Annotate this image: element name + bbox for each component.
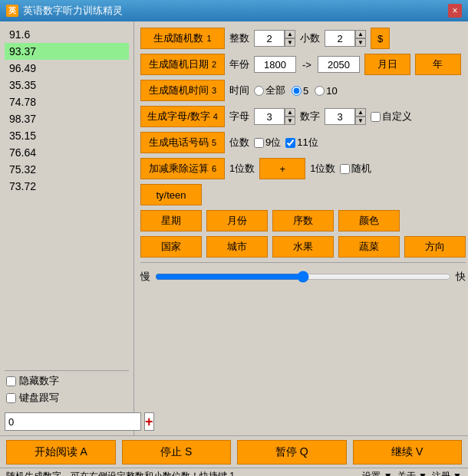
digit1-label: 1位数 [229, 162, 255, 176]
list-item[interactable]: 96.49 [5, 60, 129, 77]
row-random-time: 生成随机时间 3 时间 全部 5 10 [140, 80, 466, 101]
vegetable-btn[interactable]: 蔬菜 [338, 236, 400, 258]
list-item[interactable]: 76.64 [5, 144, 129, 161]
generate-time-btn[interactable]: 生成随机时间 3 [140, 80, 225, 101]
radio-5-label: 5 [303, 85, 308, 97]
city-btn[interactable]: 城市 [206, 236, 268, 258]
radio-5-input[interactable] [292, 86, 302, 96]
continue-btn[interactable]: 继续 V [353, 440, 463, 465]
decimal-spin-arrows: ▲ ▼ [355, 30, 366, 47]
number-spin-arrows: ▲ ▼ [355, 108, 366, 125]
generate-phone-btn[interactable]: 生成电话号码 5 [140, 132, 225, 153]
opt11-checkbox[interactable]: 11位 [285, 136, 318, 149]
app-icon: 英 [6, 5, 18, 17]
generate-letters-label: 生成字母/数字 [147, 110, 210, 123]
speed-row: 慢 快 [140, 262, 466, 286]
letter-label: 字母 [229, 110, 249, 123]
weekday-btn[interactable]: 星期 [140, 210, 202, 231]
integer-spin-up[interactable]: ▲ [285, 30, 295, 38]
digit-label: 位数 [229, 136, 249, 149]
keyboard-follow-input[interactable] [6, 393, 16, 403]
integer-spinner: ▲ ▼ [254, 30, 295, 47]
main-content: 91.693.3796.4935.3574.7898.3735.1576.647… [0, 21, 468, 435]
country-btn[interactable]: 国家 [140, 236, 202, 258]
opt9-input[interactable] [254, 138, 264, 148]
btn-num-5: 5 [212, 138, 216, 147]
random-label: 随机 [351, 162, 371, 176]
month-day-btn[interactable]: 月日 [364, 54, 410, 75]
btn-num-4: 4 [213, 112, 218, 121]
radio-10[interactable]: 10 [315, 85, 337, 97]
pause-btn[interactable]: 暂停 Q [237, 440, 347, 465]
direction-btn[interactable]: 方向 [404, 236, 466, 258]
random-checkbox[interactable]: 随机 [340, 162, 371, 176]
start-btn[interactable]: 开始阅读 A [6, 440, 116, 465]
speed-slider[interactable] [155, 271, 451, 283]
integer-spin-down[interactable]: ▼ [285, 38, 295, 47]
ordinal-btn[interactable]: 序数 [272, 210, 334, 231]
year-from-input[interactable] [254, 56, 296, 73]
settings-sep: ▼ [384, 471, 393, 476]
month-btn[interactable]: 月份 [206, 210, 268, 231]
list-item[interactable]: 35.35 [5, 77, 129, 94]
hide-numbers-checkbox[interactable]: 隐藏数字 [6, 374, 127, 388]
custom-checkbox[interactable]: 自定义 [371, 110, 412, 123]
close-button[interactable]: × [448, 4, 462, 18]
generate-date-label: 生成随机日期 [149, 57, 209, 71]
hide-numbers-label: 隐藏数字 [19, 374, 59, 388]
radio-all[interactable]: 全部 [254, 84, 285, 97]
stop-btn[interactable]: 停止 S [122, 440, 232, 465]
status-bar: 随机生成数字，可在右侧设定整数和小数位数！快捷键 1。 设置 ▼ 关于 ▼ 注册… [0, 468, 468, 476]
currency-btn[interactable]: $ [371, 28, 390, 49]
letter-spin-down[interactable]: ▼ [285, 117, 295, 125]
number-input2[interactable] [325, 108, 355, 125]
number-spin-down[interactable]: ▼ [355, 117, 366, 125]
fruit-btn[interactable]: 水果 [272, 236, 334, 258]
number-spin-up[interactable]: ▲ [355, 108, 366, 117]
opt11-input[interactable] [285, 138, 295, 148]
generate-phone-label: 生成电话号码 [149, 136, 209, 149]
fast-label: 快 [456, 270, 466, 284]
random-input[interactable] [340, 164, 350, 174]
keyboard-follow-checkbox[interactable]: 键盘跟写 [6, 391, 127, 405]
year-btn[interactable]: 年 [415, 54, 461, 75]
about-link[interactable]: 关于 ▼ [397, 470, 427, 476]
radio-all-input[interactable] [254, 86, 264, 96]
decimal-input[interactable] [325, 30, 355, 47]
ty-teen-btn[interactable]: ty/teen [140, 184, 202, 205]
number-input[interactable] [5, 412, 141, 431]
left-panel: 91.693.3796.4935.3574.7898.3735.1576.647… [0, 21, 134, 435]
radio-10-input[interactable] [315, 86, 325, 96]
list-item[interactable]: 73.72 [5, 178, 129, 195]
decimal-spin-up[interactable]: ▲ [355, 30, 366, 38]
generate-math-btn[interactable]: 加减乘除运算 6 [140, 158, 225, 179]
year-to-input[interactable] [318, 56, 360, 73]
row-letters-numbers: 生成字母/数字 4 字母 ▲ ▼ 数字 ▲ ▼ 自定义 [140, 106, 466, 127]
register-link[interactable]: 注册 ▼ [432, 470, 462, 476]
row-phone: 生成电话号码 5 位数 9位 11位 [140, 132, 466, 153]
list-item[interactable]: 75.32 [5, 161, 129, 178]
integer-input[interactable] [254, 30, 285, 47]
generate-date-btn[interactable]: 生成随机日期 2 [140, 54, 225, 75]
time-radio-group: 全部 5 10 [254, 84, 338, 97]
list-item[interactable]: 93.37 [5, 43, 129, 60]
hide-numbers-input[interactable] [6, 376, 16, 386]
color-btn[interactable]: 颜色 [338, 210, 400, 231]
opt9-checkbox[interactable]: 9位 [254, 136, 281, 149]
settings-label: 设置 [362, 471, 381, 476]
letter-spin-up[interactable]: ▲ [285, 108, 295, 117]
integer-label: 整数 [229, 31, 249, 45]
list-item[interactable]: 74.78 [5, 94, 129, 110]
radio-5[interactable]: 5 [292, 85, 308, 97]
list-item[interactable]: 91.6 [5, 26, 129, 43]
decimal-spin-down[interactable]: ▼ [355, 38, 366, 47]
operator-btn[interactable]: + [259, 158, 305, 179]
settings-link[interactable]: 设置 ▼ [362, 470, 392, 476]
letter-input[interactable] [254, 108, 285, 125]
generate-letters-btn[interactable]: 生成字母/数字 4 [140, 106, 225, 127]
list-item[interactable]: 35.15 [5, 127, 129, 144]
generate-random-btn[interactable]: 生成随机数 1 [140, 28, 225, 49]
list-item[interactable]: 98.37 [5, 110, 129, 127]
custom-input[interactable] [371, 112, 381, 122]
radio-10-label: 10 [326, 85, 337, 97]
